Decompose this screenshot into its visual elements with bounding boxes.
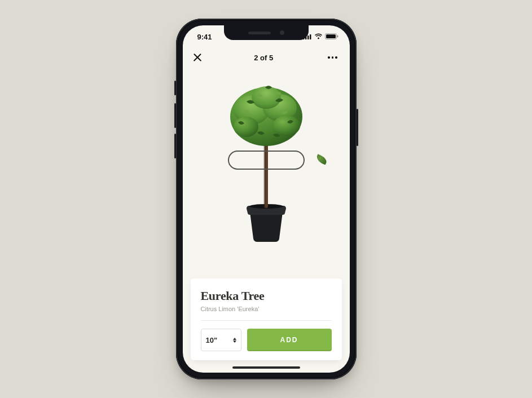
divider (201, 320, 332, 321)
product-title: Eureka Tree (201, 289, 332, 303)
home-indicator[interactable] (232, 366, 300, 369)
battery-icon (325, 33, 338, 41)
svg-point-13 (252, 86, 281, 109)
card-actions: 10" ADD (201, 329, 332, 351)
product-card: Eureka Tree Citrus Limon 'Eureka' 10" AD… (191, 278, 342, 360)
add-button[interactable]: ADD (247, 329, 332, 351)
nav-bar: 2 of 5 (183, 48, 350, 67)
speaker (248, 32, 271, 34)
close-button[interactable] (193, 53, 202, 62)
product-subtitle: Citrus Limon 'Eureka' (201, 306, 332, 312)
svg-rect-5 (326, 34, 336, 38)
notch (224, 25, 309, 40)
svg-rect-3 (310, 34, 311, 39)
svg-point-15 (273, 116, 300, 136)
silence-switch (174, 81, 176, 95)
volume-up (174, 103, 176, 128)
phone-frame: 9:41 (176, 19, 357, 379)
page-counter: 2 of 5 (254, 54, 273, 62)
status-time: 9:41 (197, 33, 212, 41)
wifi-icon (314, 33, 323, 41)
power-button (357, 109, 358, 146)
drag-pill-outline (228, 151, 305, 170)
volume-down (174, 134, 176, 158)
product-view: Eureka Tree Citrus Limon 'Eureka' 10" AD… (183, 67, 350, 373)
stepper-chevrons (233, 338, 236, 343)
chevron-down-icon (233, 340, 236, 343)
status-right (303, 33, 338, 41)
front-camera (280, 30, 284, 35)
svg-rect-2 (307, 36, 309, 39)
more-options-button[interactable] (326, 54, 340, 61)
svg-point-14 (234, 117, 258, 137)
chevron-up-icon (233, 338, 236, 340)
size-stepper[interactable]: 10" (201, 329, 241, 351)
svg-rect-6 (337, 35, 338, 37)
screen: 9:41 (183, 25, 350, 373)
size-value: 10" (206, 336, 218, 344)
